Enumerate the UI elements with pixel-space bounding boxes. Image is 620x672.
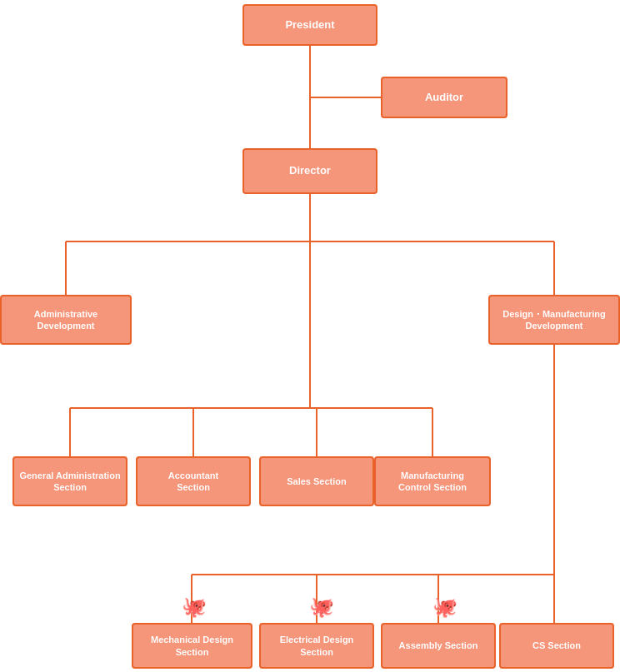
gen-admin-box: General AdministrationSection — [12, 456, 128, 506]
design-dev-box: Design・ManufacturingDevelopment — [488, 295, 620, 345]
mfg-control-box: ManufacturingControl Section — [374, 456, 491, 506]
mech-design-box: Mechanical DesignSection — [132, 623, 252, 669]
org-chart: President Auditor Director Administrativ… — [0, 0, 620, 672]
sales-box: Sales Section — [259, 456, 374, 506]
mascot-3: 🐙 — [432, 595, 458, 619]
admin-dev-box: AdministrativeDevelopment — [0, 295, 132, 345]
auditor-box: Auditor — [381, 77, 508, 118]
cs-section-box: CS Section — [499, 623, 614, 669]
mascot-2: 🐙 — [309, 595, 334, 619]
president-box: President — [242, 4, 378, 46]
assembly-box: Assembly Section — [381, 623, 496, 669]
elec-design-box: Electrical DesignSection — [259, 623, 374, 669]
accountant-box: AccountantSection — [136, 456, 251, 506]
mascot-1: 🐙 — [182, 595, 207, 619]
director-box: Director — [242, 148, 378, 194]
